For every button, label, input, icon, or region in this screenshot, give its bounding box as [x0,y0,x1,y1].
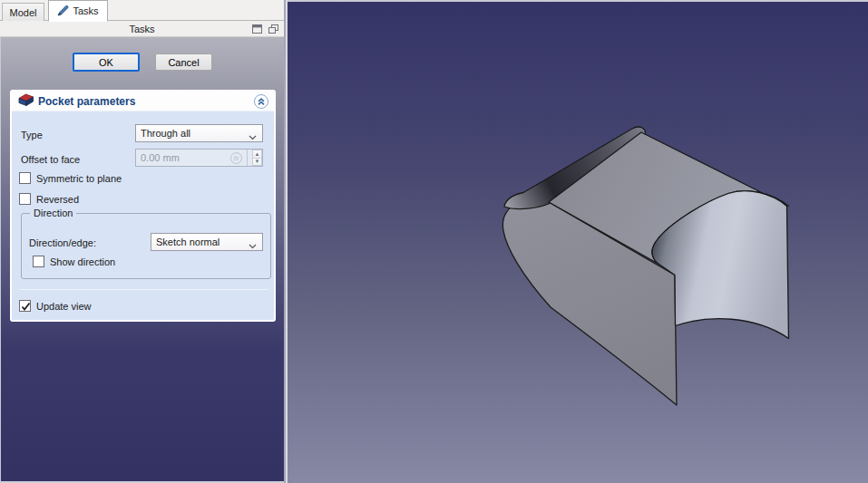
ok-button[interactable]: OK [73,53,140,72]
chevron-down-icon [249,240,257,251]
freecad-window: Model Tasks Tasks OK [0,0,868,483]
tasks-panel-content: OK Cancel Pocket parameters Type [0,37,284,483]
spin-up-icon[interactable]: ▲ [252,150,262,159]
separator [19,289,268,290]
viewport-3d[interactable] [288,0,868,483]
pencil-icon [57,5,69,18]
cancel-button-label: Cancel [168,57,199,68]
chevron-down-icon [249,131,257,142]
tab-tasks-label: Tasks [73,5,98,16]
dock-icon[interactable] [252,24,262,35]
cancel-button[interactable]: Cancel [155,53,212,71]
tab-tasks[interactable]: Tasks [48,0,108,22]
direction-edge-value: Sketch normal [156,237,219,247]
symmetric-to-plane-label: Symmetric to plane [36,173,122,184]
offset-to-face-label: Offset to face [21,154,80,165]
reversed-checkbox[interactable] [19,193,31,205]
combo-view-panel: Model Tasks Tasks OK [0,0,284,483]
viewport-top-border [288,0,868,2]
tasks-titlebar-label: Tasks [129,24,154,34]
offset-to-face-field[interactable]: 0.00 mm fx ▲ ▼ [135,149,263,167]
type-combobox[interactable]: Through all [135,124,263,142]
show-direction-checkbox[interactable] [33,256,44,267]
update-view-checkbox[interactable] [19,300,31,312]
solid-model-view [288,0,868,483]
combo-view-tabbar: Model Tasks [0,0,284,21]
direction-edge-label: Direction/edge: [29,237,96,248]
type-combobox-value: Through all [141,128,190,139]
update-view-label: Update view [36,301,92,312]
check-icon [20,301,32,313]
offset-to-face-value: 0.00 mm [141,152,180,163]
fx-icon[interactable]: fx [230,152,242,164]
float-icon[interactable] [268,24,278,35]
reversed-label: Reversed [36,194,79,205]
pocket-parameters-header[interactable]: Pocket parameters [12,92,274,111]
show-direction-label: Show direction [50,256,115,267]
tab-model[interactable]: Model [2,3,44,21]
symmetric-to-plane-checkbox[interactable] [19,172,31,184]
direction-edge-combobox[interactable]: Sketch normal [151,233,263,251]
collapse-chevrons-icon[interactable] [254,94,268,109]
direction-group-label: Direction [30,208,76,218]
spin-down-icon[interactable]: ▼ [252,159,262,167]
pocket-parameters-box: Pocket parameters Type Through all Offse… [10,90,276,322]
direction-groupbox: Direction Direction/edge: Sketch normal … [21,213,271,279]
pocket-parameters-title: Pocket parameters [38,95,135,108]
type-label: Type [21,130,43,140]
tab-model-label: Model [10,7,37,18]
tasks-titlebar: Tasks [0,22,284,37]
pocket-feature-icon [17,93,34,109]
ok-button-label: OK [99,57,113,68]
